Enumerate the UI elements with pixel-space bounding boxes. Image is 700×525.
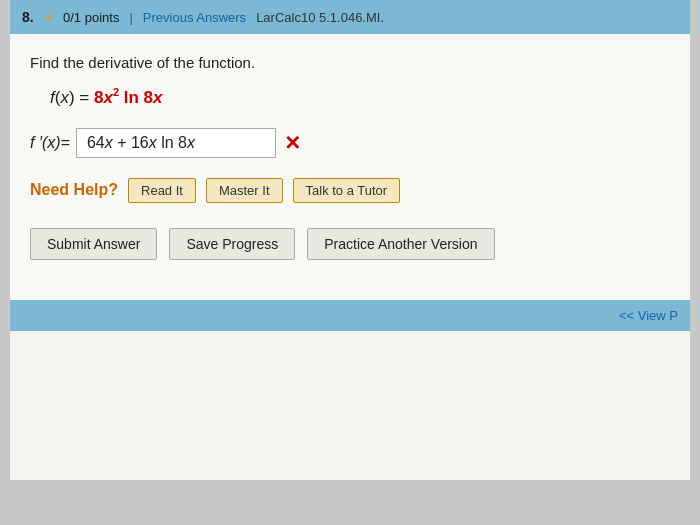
action-row: Submit Answer Save Progress Practice Ano… <box>30 228 660 280</box>
footer-bar: << View P <box>10 300 690 331</box>
talk-to-tutor-button[interactable]: Talk to a Tutor <box>293 178 401 203</box>
course-ref: LarCalc10 5.1.046.MI. <box>256 10 384 25</box>
problem-instruction: Find the derivative of the function. <box>30 54 660 71</box>
help-row: Need Help? Read It Master It Talk to a T… <box>30 178 660 203</box>
function-var: x <box>60 88 69 107</box>
view-link[interactable]: << View P <box>619 308 678 323</box>
practice-another-button[interactable]: Practice Another Version <box>307 228 494 260</box>
points-icon: + <box>44 8 53 26</box>
question-number: 8. <box>22 9 34 25</box>
answer-row: f ′(x)= 64x + 16x ln 8x ✕ <box>30 128 660 158</box>
previous-answers-link[interactable]: Previous Answers <box>143 10 246 25</box>
answer-label: f ′(x)= <box>30 134 70 152</box>
header-bar: 8. + 0/1 points | Previous Answers LarCa… <box>10 0 690 34</box>
need-help-label: Need Help? <box>30 181 118 199</box>
function-name: f <box>50 88 55 107</box>
wrong-mark-icon: ✕ <box>284 131 301 155</box>
submit-answer-button[interactable]: Submit Answer <box>30 228 157 260</box>
points-text: 0/1 points <box>63 10 119 25</box>
separator: | <box>129 10 132 25</box>
function-display: f(x) = 8x2 ln 8x <box>50 86 660 108</box>
answer-input[interactable]: 64x + 16x ln 8x <box>76 128 276 158</box>
save-progress-button[interactable]: Save Progress <box>169 228 295 260</box>
main-container: 8. + 0/1 points | Previous Answers LarCa… <box>10 0 690 480</box>
read-it-button[interactable]: Read It <box>128 178 196 203</box>
bottom-area: WebAssign® <box>0 480 700 525</box>
function-value: 8x2 ln 8x <box>94 88 163 107</box>
master-it-button[interactable]: Master It <box>206 178 283 203</box>
content-area: Find the derivative of the function. f(x… <box>10 34 690 300</box>
